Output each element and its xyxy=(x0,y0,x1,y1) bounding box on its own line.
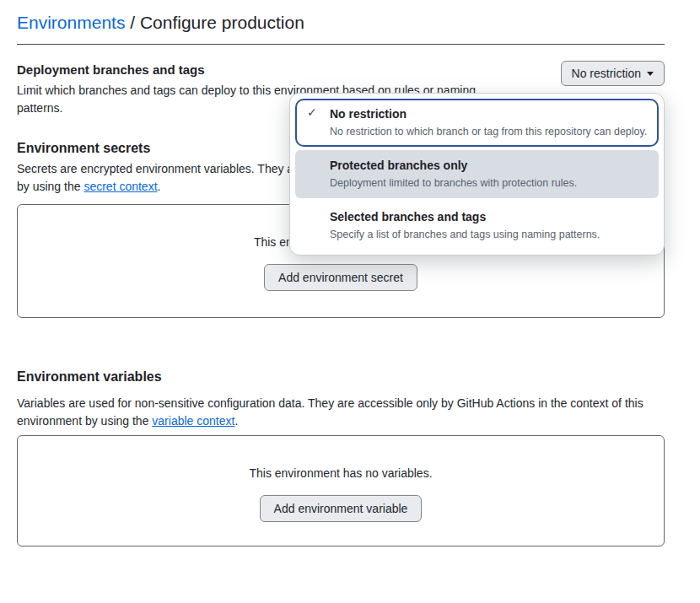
check-icon: ✓ xyxy=(307,105,317,119)
breadcrumb-environments-link[interactable]: Environments xyxy=(17,13,125,32)
menu-item-description: Deployment limited to branches with prot… xyxy=(330,175,649,191)
environment-variables-panel: This environment has no variables. Add e… xyxy=(17,435,665,546)
environment-variables-heading: Environment variables xyxy=(17,369,162,385)
configure-environment-page: Environments / Configure production Depl… xyxy=(0,0,700,603)
menu-item-description: No restriction to which branch or tag fr… xyxy=(330,124,649,139)
deployment-restriction-dropdown-button[interactable]: No restriction xyxy=(561,61,665,86)
variables-description-text: Variables are used for non-sensitive con… xyxy=(17,396,643,428)
variables-description-period: . xyxy=(234,414,238,428)
secret-context-link[interactable]: secret context xyxy=(83,180,157,193)
menu-item-label: No restriction xyxy=(330,105,649,122)
secrets-description-period: . xyxy=(158,180,161,193)
add-environment-variable-button[interactable]: Add environment variable xyxy=(260,495,423,522)
page-title: Environments / Configure production xyxy=(17,13,304,33)
menu-item-selected-branches-and-tags[interactable]: Selected branches and tags Specify a lis… xyxy=(295,202,659,250)
menu-item-description: Specify a list of branches and tags usin… xyxy=(330,227,649,242)
menu-item-label: Selected branches and tags xyxy=(330,208,649,225)
add-environment-secret-button[interactable]: Add environment secret xyxy=(264,264,417,291)
menu-item-no-restriction[interactable]: ✓ No restriction No restriction to which… xyxy=(295,99,659,147)
environment-variables-description: Variables are used for non-sensitive con… xyxy=(17,395,665,430)
dropdown-button-label: No restriction xyxy=(572,67,641,80)
breadcrumb-separator: / xyxy=(125,13,140,32)
menu-item-label: Protected branches only xyxy=(330,157,649,174)
deployment-branches-heading: Deployment branches and tags xyxy=(17,62,205,77)
menu-item-protected-branches-only[interactable]: Protected branches only Deployment limit… xyxy=(295,150,659,198)
deployment-restriction-menu: ✓ No restriction No restriction to which… xyxy=(289,93,665,256)
title-divider xyxy=(17,44,665,45)
breadcrumb-current: Configure production xyxy=(140,13,304,32)
environment-secrets-heading: Environment secrets xyxy=(17,141,150,156)
variable-context-link[interactable]: variable context xyxy=(152,414,234,428)
no-variables-message: This environment has no variables. xyxy=(18,466,664,480)
chevron-down-icon xyxy=(647,72,654,76)
